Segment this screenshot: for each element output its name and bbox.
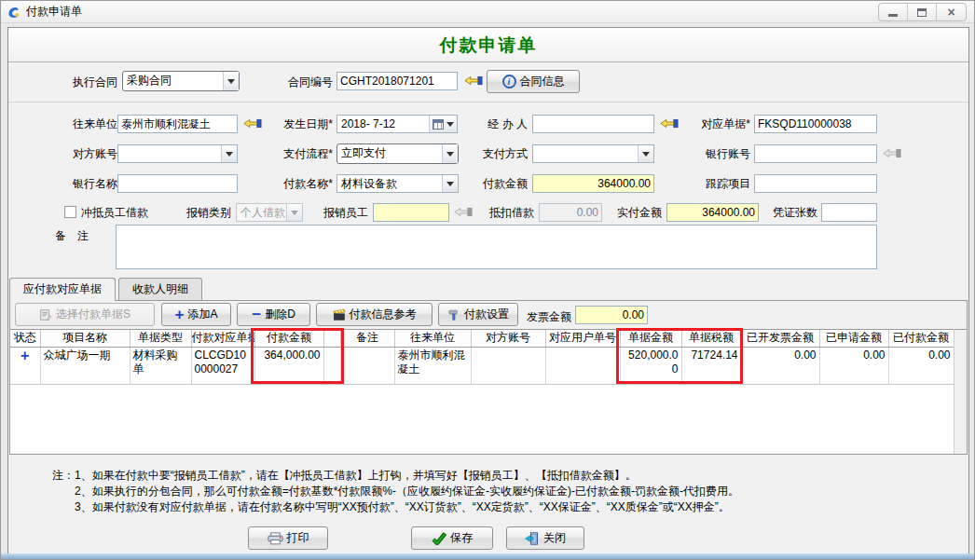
exec-contract-label: 执行合同 — [50, 73, 117, 91]
close-button[interactable]: × — [937, 4, 966, 20]
note-line-1: 注：1、如果在付款中要“报销员工借款”，请在【冲抵员工借款】上打钩，并填写好【报… — [52, 468, 739, 484]
payable-documents-pane: 选择付款单据S + 添加A − 删除D 付款信息参考 — [9, 300, 968, 455]
window-title: 付款申请单 — [26, 4, 82, 20]
track-input[interactable] — [754, 174, 877, 193]
offset-loan-checkbox[interactable] — [64, 206, 76, 218]
agent-label: 经 办 人 — [456, 115, 528, 133]
save-label: 保存 — [450, 530, 473, 546]
chevron-down-icon[interactable] — [221, 145, 237, 162]
app-logo-icon — [7, 5, 21, 20]
cell-applied-amount[interactable]: 0.00 — [819, 347, 888, 384]
add-row-button[interactable]: + 添加A — [161, 303, 231, 326]
flow-combobox[interactable]: 立即支付 — [336, 143, 459, 164]
offset-loan-label: 冲抵员工借款 — [81, 203, 165, 222]
contract-no-input[interactable] — [336, 72, 458, 90]
close-form-button[interactable]: 关闭 — [506, 526, 584, 550]
remark-textarea[interactable] — [116, 225, 877, 269]
flow-label: 支付流程* — [256, 144, 333, 163]
doc-label: 对应单据* — [676, 115, 750, 133]
table-row[interactable]: + 众城广场一期 材料采购单 CLCGD100000027 364,000.00… — [10, 347, 954, 384]
payment-info-ref-button[interactable]: 付款信息参考 — [316, 303, 433, 326]
window-bottom-frame — [1, 553, 974, 559]
row-expand-plus-icon[interactable]: + — [10, 347, 40, 384]
payable-documents-table: 状态 项目名称 单据类型 付款对应单据 付款金额 备注 往来单位 对方账号 对应… — [10, 330, 954, 385]
info-icon: i — [502, 75, 516, 89]
grid-toolbar: 选择付款单据S + 添加A − 删除D 付款信息参考 — [10, 301, 967, 329]
contract-row: 执行合同 采购合同 合同编号 i 合同信息 — [8, 63, 968, 102]
date-picker[interactable]: 2018- 7-12 — [336, 115, 458, 133]
track-label: 跟踪项目 — [676, 174, 750, 193]
cell-paid-amount[interactable]: 0.00 — [888, 347, 954, 384]
col-user-doc-no: 对应用户单号 — [545, 330, 620, 347]
chevron-down-icon[interactable] — [223, 72, 239, 90]
cell-peer-account[interactable] — [471, 347, 545, 384]
select-payment-doc-button: 选择付款单据S — [15, 303, 155, 326]
voucher-count-input[interactable] — [821, 203, 877, 222]
delete-row-button[interactable]: − 删除D — [237, 303, 310, 326]
select-payment-doc-label: 选择付款单据S — [56, 307, 130, 322]
contract-info-label: 合同信息 — [520, 74, 565, 89]
close-form-label: 关闭 — [543, 530, 566, 546]
tab-payable-documents[interactable]: 应付款对应单据 — [9, 278, 116, 301]
agent-input[interactable] — [532, 115, 654, 133]
print-button[interactable]: 打印 — [248, 526, 328, 550]
deduct-input — [539, 203, 602, 222]
method-combobox[interactable] — [532, 144, 654, 163]
bank-account-input[interactable] — [754, 144, 877, 163]
bank-account-label: 银行账号 — [676, 144, 750, 163]
col-doc-type: 单据类型 — [130, 330, 191, 347]
cell-doc-type[interactable]: 材料采购单 — [130, 347, 191, 384]
cell-payment-doc[interactable]: CLCGD100000027 — [191, 347, 254, 384]
form-area: 往来单位 发生日期* 2018- 7-12 经 办 人 对应单据* 对方账号 — [8, 103, 968, 278]
calendar-icon[interactable] — [429, 116, 457, 132]
cell-invoiced-amount[interactable]: 0.00 — [741, 347, 819, 384]
payment-info-ref-label: 付款信息参考 — [350, 307, 417, 322]
deduct-label: 抵扣借款 — [482, 203, 534, 222]
peer-account-combobox[interactable] — [117, 144, 238, 163]
payment-settings-label: 付款设置 — [464, 307, 509, 322]
doc-input[interactable] — [754, 115, 877, 133]
col-payment-doc: 付款对应单据 — [191, 330, 254, 347]
clapperboard-icon — [333, 308, 346, 321]
cell-user-doc-no[interactable] — [545, 347, 620, 384]
invoice-amount-input[interactable] — [575, 306, 648, 324]
cell-remark[interactable] — [340, 347, 394, 384]
note-line-2: 2、如果执行的分包合同，那么可付款金额=付款基数*付款限额%-（应收履约保证金-… — [52, 484, 739, 499]
peer-account-label: 对方账号 — [50, 144, 117, 163]
bank-name-input[interactable] — [117, 174, 238, 193]
cell-vendor[interactable]: 泰州市顺利混凝土 — [394, 347, 471, 384]
reimburse-type-combobox: 个人借款 — [236, 203, 303, 222]
hammer-icon — [447, 308, 460, 321]
vendor-label: 往来单位 — [50, 115, 117, 133]
reimburse-emp-input[interactable] — [373, 203, 449, 222]
tab-payee-details[interactable]: 收款人明细 — [118, 278, 202, 300]
exec-contract-combobox[interactable]: 采购合同 — [122, 71, 240, 91]
payment-settings-button[interactable]: 付款设置 — [438, 303, 518, 326]
method-label: 支付方式 — [456, 144, 528, 163]
check-icon — [432, 532, 446, 545]
minimize-button[interactable] — [879, 4, 908, 20]
vendor-input[interactable] — [117, 115, 238, 133]
grid-vertical-scrollbar[interactable] — [954, 329, 967, 454]
save-button[interactable]: 保存 — [411, 526, 493, 550]
reimburse-emp-picker-hand-icon — [454, 205, 473, 219]
annotation-box-doc-amount-tax — [616, 328, 743, 384]
grid-container: 状态 项目名称 单据类型 付款对应单据 付款金额 备注 往来单位 对方账号 对应… — [10, 329, 954, 454]
close-icon: × — [947, 6, 954, 19]
maximize-button[interactable] — [908, 4, 937, 20]
col-paid-amount: 已付款金额 — [888, 330, 954, 347]
bank-name-label: 银行名称 — [50, 174, 117, 193]
remark-label: 备 注 — [55, 226, 102, 245]
pay-amount-input[interactable] — [532, 174, 654, 193]
contract-picker-hand-icon[interactable] — [464, 74, 483, 88]
method-value — [533, 145, 638, 162]
note-line-3: 3、如果付款没有对应付款单据，请在付款名称中写明“XX预付款”、“XX订货款”、… — [52, 499, 739, 515]
delete-row-label: 删除D — [265, 307, 295, 322]
actual-amount-input[interactable] — [666, 203, 759, 222]
pay-name-combobox[interactable]: 材料设备款 — [336, 174, 459, 193]
footer-notes: 注：1、如果在付款中要“报销员工借款”，请在【冲抵员工借款】上打钩，并填写好【报… — [52, 468, 739, 515]
contract-info-button[interactable]: i 合同信息 — [487, 70, 580, 93]
chevron-down-icon[interactable] — [638, 145, 653, 162]
main-panel: 付款申请单 执行合同 采购合同 合同编号 i 合同信息 往来单位 — [7, 27, 969, 554]
cell-project-name[interactable]: 众城广场一期 — [40, 347, 130, 384]
